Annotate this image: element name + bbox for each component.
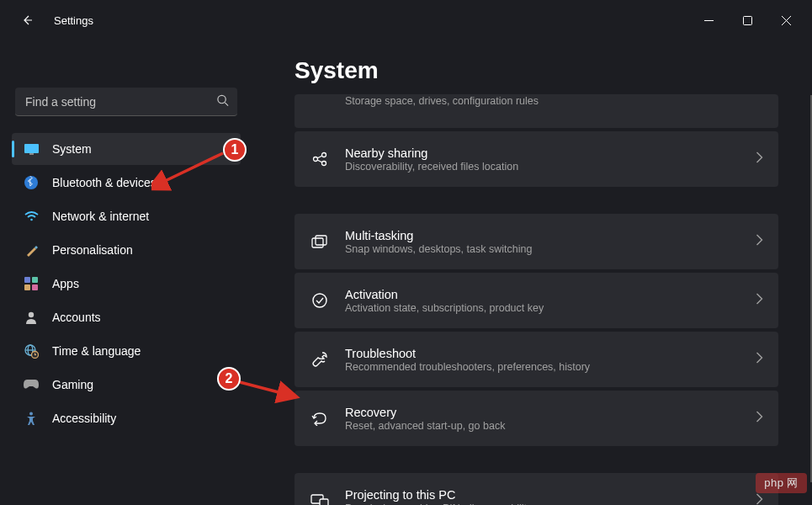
svg-point-8 bbox=[24, 176, 38, 189]
setting-card-recovery[interactable]: Recovery Reset, advanced start-up, go ba… bbox=[295, 391, 778, 446]
setting-title: Nearby sharing bbox=[345, 146, 740, 160]
settings-list: Storage space, drives, configuration rul… bbox=[295, 94, 778, 505]
svg-point-20 bbox=[314, 157, 318, 162]
nav-list: System Bluetooth & devices Network & int… bbox=[7, 128, 246, 439]
setting-desc: Permissions, pairing PIN, discoverabilit… bbox=[345, 502, 740, 506]
svg-point-19 bbox=[29, 412, 33, 416]
chevron-right-icon bbox=[756, 293, 763, 308]
svg-rect-12 bbox=[24, 284, 30, 290]
chevron-right-icon bbox=[756, 152, 763, 167]
window-controls bbox=[689, 7, 805, 34]
sidebar-item-label: Accessibility bbox=[52, 412, 116, 425]
titlebar: Settings bbox=[0, 0, 812, 40]
person-icon bbox=[24, 310, 39, 325]
multitask-icon bbox=[310, 235, 330, 249]
setting-card-multitasking[interactable]: Multi-tasking Snap windows, desktops, ta… bbox=[295, 214, 778, 269]
setting-desc: Reset, advanced start-up, go back bbox=[345, 420, 740, 432]
sidebar-item-label: Accounts bbox=[52, 311, 101, 324]
setting-title: Activation bbox=[345, 288, 740, 301]
svg-point-14 bbox=[29, 312, 34, 317]
project-icon bbox=[310, 494, 330, 505]
sidebar-item-gaming[interactable]: Gaming bbox=[12, 369, 241, 401]
close-button[interactable] bbox=[767, 7, 805, 34]
wifi-icon bbox=[24, 209, 39, 224]
sidebar-item-personalisation[interactable]: Personalisation bbox=[12, 234, 241, 266]
svg-line-23 bbox=[317, 156, 322, 158]
svg-rect-13 bbox=[32, 284, 38, 290]
svg-line-5 bbox=[225, 103, 228, 106]
setting-desc: Recommended troubleshooters, preferences… bbox=[345, 361, 740, 373]
svg-point-27 bbox=[313, 294, 326, 307]
svg-point-9 bbox=[30, 218, 33, 221]
main-container: System Bluetooth & devices Network & int… bbox=[0, 40, 812, 505]
svg-rect-29 bbox=[320, 499, 328, 505]
maximize-button[interactable] bbox=[728, 7, 767, 34]
setting-title: Troubleshoot bbox=[345, 347, 740, 360]
monitor-icon bbox=[24, 141, 39, 157]
sidebar-item-system[interactable]: System bbox=[12, 133, 241, 165]
svg-rect-11 bbox=[32, 277, 38, 283]
setting-desc: Storage space, drives, configuration rul… bbox=[345, 95, 763, 107]
setting-text: Multi-tasking Snap windows, desktops, ta… bbox=[345, 229, 740, 255]
chevron-right-icon bbox=[756, 411, 763, 426]
sidebar-item-accounts[interactable]: Accounts bbox=[12, 301, 241, 333]
annotation-badge-1: 1 bbox=[223, 138, 247, 162]
sidebar-item-time-language[interactable]: Time & language bbox=[12, 335, 241, 367]
sidebar-item-apps[interactable]: Apps bbox=[12, 268, 241, 300]
search-icon bbox=[216, 94, 229, 110]
app-title: Settings bbox=[54, 14, 93, 27]
setting-title: Projecting to this PC bbox=[345, 488, 740, 502]
svg-line-24 bbox=[317, 160, 322, 162]
grid-icon bbox=[24, 276, 39, 291]
setting-text: Activation Activation state, subscriptio… bbox=[345, 288, 740, 314]
sidebar-item-network[interactable]: Network & internet bbox=[12, 200, 241, 232]
svg-point-4 bbox=[218, 95, 226, 103]
setting-title: Recovery bbox=[345, 406, 740, 419]
svg-rect-10 bbox=[24, 277, 30, 283]
setting-text: Recovery Reset, advanced start-up, go ba… bbox=[345, 406, 740, 432]
search-input[interactable] bbox=[15, 88, 237, 116]
page-title: System bbox=[295, 57, 778, 84]
sidebar-item-bluetooth[interactable]: Bluetooth & devices bbox=[12, 167, 241, 199]
globe-clock-icon bbox=[24, 343, 39, 359]
setting-text: Projecting to this PC Permissions, pairi… bbox=[345, 488, 740, 506]
setting-card-troubleshoot[interactable]: Troubleshoot Recommended troubleshooters… bbox=[295, 332, 778, 387]
annotation-badge-2: 2 bbox=[217, 367, 241, 391]
minimize-button[interactable] bbox=[689, 7, 728, 34]
setting-card-activation[interactable]: Activation Activation state, subscriptio… bbox=[295, 273, 778, 328]
svg-rect-25 bbox=[312, 238, 323, 247]
titlebar-left: Settings bbox=[7, 7, 93, 34]
sidebar-item-label: Apps bbox=[52, 277, 79, 290]
sidebar-item-label: Network & internet bbox=[52, 210, 149, 223]
chevron-right-icon bbox=[756, 493, 763, 505]
back-button[interactable] bbox=[13, 7, 40, 34]
svg-rect-6 bbox=[24, 144, 39, 153]
back-arrow-icon bbox=[20, 13, 34, 27]
setting-card-projecting[interactable]: Projecting to this PC Permissions, pairi… bbox=[295, 473, 778, 505]
setting-desc: Activation state, subscriptions, product… bbox=[345, 302, 740, 314]
sidebar-item-label: Personalisation bbox=[52, 243, 133, 257]
setting-card-storage[interactable]: Storage space, drives, configuration rul… bbox=[295, 94, 778, 128]
setting-title: Multi-tasking bbox=[345, 229, 740, 242]
svg-rect-1 bbox=[743, 16, 751, 24]
content-area: System Storage space, drives, configurat… bbox=[252, 40, 812, 505]
maximize-icon bbox=[743, 16, 752, 25]
search-container bbox=[15, 88, 237, 116]
gamepad-icon bbox=[24, 377, 39, 392]
setting-desc: Discoverability, received files location bbox=[345, 161, 740, 173]
sidebar-item-label: Gaming bbox=[52, 378, 93, 391]
sidebar-item-accessibility[interactable]: Accessibility bbox=[12, 402, 241, 434]
setting-text: Troubleshoot Recommended troubleshooters… bbox=[345, 347, 740, 373]
sidebar-item-label: System bbox=[52, 142, 92, 156]
sidebar: System Bluetooth & devices Network & int… bbox=[0, 40, 252, 505]
watermark: php 网 bbox=[756, 473, 807, 493]
setting-card-nearby-sharing[interactable]: Nearby sharing Discoverability, received… bbox=[295, 131, 778, 187]
accessibility-icon bbox=[24, 411, 39, 426]
svg-point-22 bbox=[322, 162, 326, 166]
close-icon bbox=[782, 16, 791, 25]
svg-point-21 bbox=[322, 153, 326, 157]
check-circle-icon bbox=[310, 292, 330, 309]
minimize-icon bbox=[704, 16, 714, 25]
recovery-icon bbox=[310, 411, 330, 426]
chevron-right-icon bbox=[756, 234, 763, 249]
